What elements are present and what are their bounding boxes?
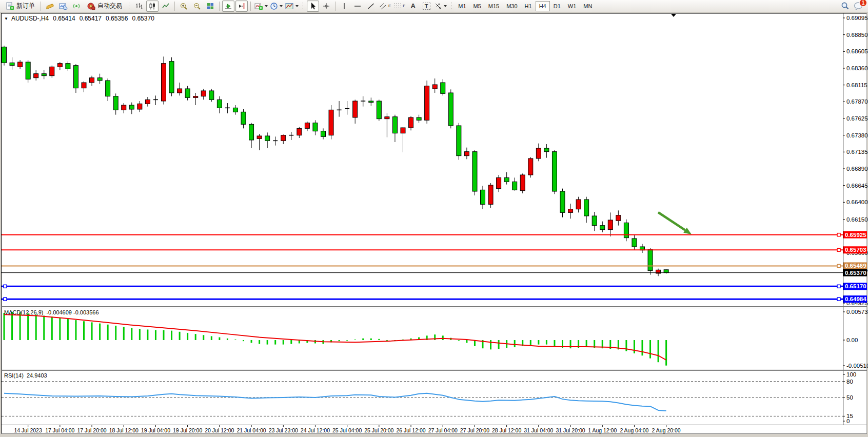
timeframe-m30[interactable]: M30 — [503, 1, 521, 11]
periods-dropdown-caret[interactable] — [280, 5, 283, 7]
trendline-tool-button[interactable] — [365, 1, 377, 12]
quote-close: 0.65370 — [132, 15, 154, 22]
candle-body — [217, 100, 222, 108]
timeframe-mn[interactable]: MN — [580, 1, 596, 11]
indicators-button[interactable] — [253, 1, 268, 12]
candle-body — [377, 101, 381, 119]
chat-button[interactable]: 1 — [852, 1, 864, 12]
line-chart-type-icon — [162, 2, 170, 10]
toolbar-grip[interactable] — [450, 2, 452, 10]
candle-body — [241, 112, 246, 124]
text-tool-button[interactable]: A — [407, 1, 419, 12]
chart-collapse-marker[interactable]: ▼ — [4, 16, 8, 21]
macd-histogram-bar — [370, 339, 372, 340]
price-tick-label: 0.66645 — [846, 183, 868, 189]
timeframe-h1[interactable]: H1 — [521, 1, 536, 11]
toolbar-right-group: 1 — [838, 1, 865, 12]
macd-histogram-bar — [83, 321, 85, 340]
line-handle[interactable] — [837, 233, 840, 236]
line-handle[interactable] — [837, 297, 840, 301]
timeframe-m1[interactable]: M1 — [455, 1, 469, 11]
arrows-tool-button[interactable] — [433, 1, 447, 12]
fibonacci-tool-button[interactable]: F — [392, 1, 406, 12]
quote-high: 0.65417 — [80, 15, 102, 22]
candle-body — [129, 105, 134, 109]
price-label-text: 0.65703 — [845, 247, 866, 253]
candlestick-type-button[interactable] — [146, 1, 159, 12]
candle-body — [122, 105, 126, 110]
candle-body — [409, 117, 413, 128]
price-tick-label: 0.67380 — [846, 132, 868, 138]
text-label-tool-button[interactable]: T — [420, 1, 432, 12]
vertical-line-tool-button[interactable] — [338, 1, 350, 12]
line-handle[interactable] — [837, 264, 840, 267]
time-tick-label: 21 Jul 04:00 — [236, 427, 266, 433]
fibonacci-icon — [393, 2, 402, 10]
zoom-in-button[interactable] — [177, 1, 190, 12]
horizontal-line-tool-button[interactable] — [351, 1, 364, 12]
signals-button[interactable] — [70, 1, 83, 12]
chart-shift-button[interactable] — [235, 1, 248, 12]
text-tool-icon: A — [411, 2, 416, 10]
search-button[interactable] — [839, 1, 851, 12]
new-order-label: 新订单 — [16, 2, 35, 10]
template-icon — [285, 2, 294, 10]
macd-histogram-bar — [362, 339, 364, 340]
candle-body — [560, 191, 565, 212]
crayon-tool-button[interactable] — [44, 1, 56, 12]
publish-chart-button[interactable] — [57, 1, 69, 12]
equidistant-channel-tool-button[interactable]: E — [378, 1, 391, 12]
rsi-indicator-name: RSI(14) — [4, 372, 24, 379]
main-toolbar: 新订单 — [0, 0, 868, 12]
cursor-tool-button[interactable] — [307, 1, 319, 12]
macd-histogram-bar — [442, 335, 444, 340]
tile-windows-button[interactable] — [204, 1, 216, 12]
candle-body — [632, 239, 637, 247]
candle-body — [193, 96, 198, 98]
time-tick-label: 2 Aug 04:00 — [620, 427, 648, 433]
timeframe-m5[interactable]: M5 — [470, 1, 485, 11]
candle-body — [536, 148, 541, 158]
timeframe-w1[interactable]: W1 — [564, 1, 580, 11]
indicators-dropdown-caret[interactable] — [265, 5, 268, 7]
line-handle[interactable] — [837, 285, 840, 288]
toolbar-grip[interactable] — [128, 2, 130, 10]
macd-histogram-bar — [91, 322, 93, 340]
macd-pane-label: MACD(12,26,9) -0.004609 -0.003566 — [4, 309, 99, 315]
search-icon — [840, 2, 850, 10]
candle-body — [137, 104, 142, 109]
timeframe-h4[interactable]: H4 — [536, 1, 550, 11]
templates-button[interactable] — [284, 1, 299, 12]
bar-chart-type-button[interactable] — [133, 1, 145, 12]
candle-body — [568, 209, 573, 213]
new-order-button[interactable]: 新订单 — [3, 1, 38, 12]
crosshair-tool-button[interactable] — [320, 1, 332, 12]
line-chart-type-button[interactable] — [160, 1, 172, 12]
macd-axis-label: 0.00 — [846, 337, 858, 343]
candle-body — [385, 117, 389, 119]
timeframe-m15[interactable]: M15 — [485, 1, 503, 11]
macd-histogram-bar — [314, 340, 316, 343]
timeframe-d1[interactable]: D1 — [550, 1, 564, 11]
macd-histogram-bar — [466, 340, 467, 343]
candle-body — [177, 89, 182, 93]
zoom-out-button[interactable] — [191, 1, 203, 12]
macd-histogram-bar — [115, 326, 116, 340]
templates-dropdown-caret[interactable] — [295, 5, 299, 7]
periods-button[interactable] — [269, 1, 283, 12]
arrows-tool-icon — [434, 2, 442, 10]
candle-body — [321, 131, 326, 137]
auto-scroll-button[interactable] — [222, 1, 234, 12]
line-handle[interactable] — [4, 297, 7, 301]
macd-histogram-bar — [243, 340, 244, 341]
macd-histogram-bar — [586, 340, 587, 347]
toolbar-separator — [335, 2, 336, 11]
arrows-dropdown-caret[interactable] — [444, 5, 447, 7]
line-handle[interactable] — [837, 248, 840, 251]
auto-trading-button[interactable]: 自动交易 — [84, 1, 125, 12]
chart-canvas[interactable]: 0.690950.688500.686050.683600.681150.678… — [0, 0, 868, 437]
toolbar-grip[interactable] — [302, 2, 304, 10]
rsi-axis-label: 100 — [846, 371, 856, 378]
line-handle[interactable] — [4, 285, 7, 288]
notification-badge[interactable]: 1 — [859, 0, 867, 7]
